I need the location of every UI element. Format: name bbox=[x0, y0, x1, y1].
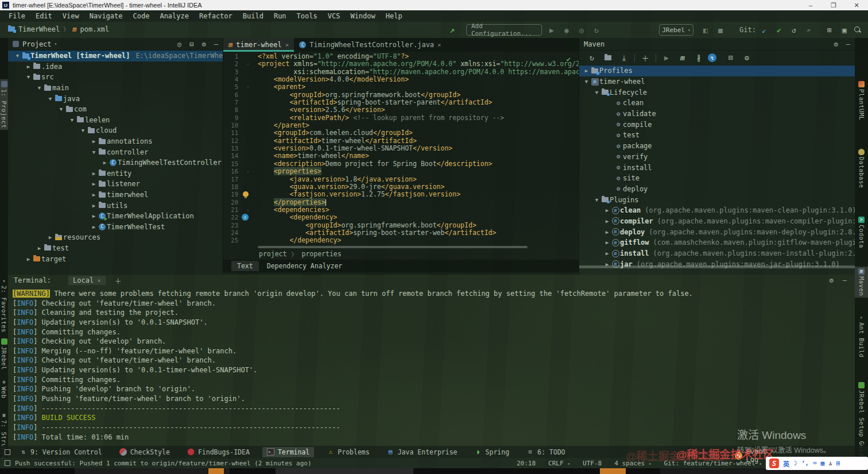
menu-window[interactable]: Window bbox=[345, 12, 380, 20]
maven-item-site[interactable]: ⚙site bbox=[579, 173, 855, 184]
strip-tab-web[interactable]: ◍Web bbox=[0, 377, 8, 400]
menu-view[interactable]: View bbox=[57, 12, 84, 20]
tool-button-java-enterprise[interactable]: ▤Java Enterprise bbox=[382, 447, 462, 457]
tree-arrow-icon[interactable]: ▶ bbox=[603, 251, 611, 256]
breadcrumb-file[interactable]: pom.xml bbox=[80, 25, 109, 33]
encoding-select[interactable]: UTF-8 bbox=[583, 460, 602, 467]
status-message[interactable]: Push successful: Pushed 1 commit to orig… bbox=[15, 460, 312, 467]
tree-item-src[interactable]: ▼src bbox=[8, 72, 223, 83]
profiler-icon[interactable]: ↻ bbox=[590, 24, 603, 36]
maven-item-plugins[interactable]: ▼Plugins bbox=[579, 194, 855, 205]
tree-arrow-icon[interactable]: ▼ bbox=[593, 90, 600, 95]
tree-item-main[interactable]: ▼main bbox=[8, 83, 223, 94]
person-icon[interactable]: ♟ bbox=[828, 460, 832, 467]
ime-language-toggle[interactable]: 英 bbox=[783, 459, 789, 468]
tool-button-terminal[interactable]: >_Terminal bbox=[262, 447, 314, 457]
debug-icon[interactable]: ◉ bbox=[560, 24, 573, 36]
code-area[interactable]: 1<?xml version="1.0" encoding="UTF-8"?>2… bbox=[223, 53, 579, 245]
tree-arrow-icon[interactable]: ▶ bbox=[46, 234, 54, 240]
tree-item-resources[interactable]: ▶resources bbox=[8, 232, 223, 243]
tree-arrow-icon[interactable]: ▶ bbox=[603, 229, 611, 235]
execute-maven-goal-icon[interactable]: m bbox=[676, 53, 689, 62]
run-maven-goal-icon[interactable]: ▶ bbox=[660, 53, 673, 62]
tree-arrow-icon[interactable]: ▶ bbox=[603, 207, 611, 213]
ime-toolbar[interactable]: S 英 ☽ ’, ⌨ ▦ ♟ ⊞ bbox=[766, 457, 868, 470]
settings-gear-icon[interactable]: ⚙ bbox=[834, 40, 838, 48]
pause-icon[interactable]: ■ bbox=[714, 24, 727, 36]
strip-tab-1-project[interactable]: 1: Project bbox=[0, 79, 8, 130]
toolwindow-switcher-icon[interactable] bbox=[5, 449, 10, 455]
git-commit-icon[interactable]: ✔ bbox=[773, 24, 785, 36]
download-sources-icon[interactable]: ⤓ bbox=[617, 53, 631, 63]
menu-refactor[interactable]: Refactor bbox=[194, 12, 238, 20]
tree-arrow-icon[interactable]: ▶ bbox=[603, 240, 611, 245]
tree-arrow-icon[interactable]: ▶ bbox=[90, 138, 98, 144]
maven-item-install[interactable]: ⚙install bbox=[579, 162, 855, 173]
tree-item-timingwheeltestcontroller[interactable]: ▶CTimingWheelTestController bbox=[8, 157, 223, 168]
tree-arrow-icon[interactable]: ▶ bbox=[90, 192, 98, 198]
maven-item-compiler[interactable]: ▶mcompiler(org.apache.maven.plugins:mave… bbox=[579, 216, 855, 227]
preview-icon[interactable]: ▣ bbox=[838, 24, 851, 36]
moon-icon[interactable]: ☽ bbox=[793, 460, 797, 467]
breadcrumb-project[interactable]: TimerWheel bbox=[18, 25, 60, 33]
tree-arrow-icon[interactable]: ▶ bbox=[90, 203, 98, 209]
tree-arrow-icon[interactable]: ▼ bbox=[68, 117, 76, 123]
strip-tab-database[interactable]: Database bbox=[855, 147, 868, 190]
strip-tab-maven[interactable]: mMaven bbox=[855, 267, 868, 298]
menu-navigate[interactable]: Navigate bbox=[84, 12, 128, 20]
menu-code[interactable]: Code bbox=[128, 12, 155, 20]
tree-arrow-icon[interactable]: ▼ bbox=[90, 149, 98, 155]
restore-button[interactable]: ❐ bbox=[822, 0, 845, 10]
editor-tab-timer-wheel[interactable]: mtimer-wheel× bbox=[223, 38, 294, 52]
run-icon[interactable]: ▶ bbox=[545, 24, 558, 36]
tree-item-annotations[interactable]: ▶annotations bbox=[8, 136, 223, 147]
indent-select[interactable]: 4 spaces ▾ bbox=[614, 460, 651, 467]
tool-button-spring[interactable]: ◗Spring bbox=[470, 447, 514, 457]
terminal-tab-local[interactable]: Local × bbox=[68, 276, 106, 285]
tree-item--idea[interactable]: ▶.idea bbox=[8, 61, 223, 72]
reimport-maven-icon[interactable]: ↻ bbox=[585, 53, 599, 62]
settings-gear-icon[interactable]: ⚙ bbox=[830, 276, 834, 284]
tree-arrow-icon[interactable]: ▼ bbox=[593, 197, 600, 203]
menu-edit[interactable]: Edit bbox=[30, 12, 57, 20]
tree-item-timerwheeltest[interactable]: ▶CTimerWheelTest bbox=[8, 222, 223, 233]
editor-view-tab-text[interactable]: Text bbox=[231, 261, 259, 271]
tree-item-utils[interactable]: ▶utils bbox=[8, 200, 223, 211]
maven-item-package[interactable]: ⚙package bbox=[579, 141, 855, 152]
maven-item-deploy[interactable]: ▶mdeploy(org.apache.maven.plugins:maven-… bbox=[579, 226, 855, 237]
tool-button-9-version-control[interactable]: ⇅9: Version Control bbox=[15, 447, 107, 457]
close-icon[interactable]: × bbox=[97, 277, 101, 284]
tree-arrow-icon[interactable]: ▶ bbox=[603, 218, 611, 224]
menu-file[interactable]: File bbox=[3, 12, 30, 20]
jrebel-reload-icon[interactable]: ↑ bbox=[242, 214, 249, 221]
strip-tab-2-favorites[interactable]: ★2: Favorites bbox=[0, 276, 8, 334]
search-everywhere-icon[interactable] bbox=[854, 24, 861, 36]
tree-arrow-icon[interactable]: ▶ bbox=[583, 68, 590, 74]
line-ending-select[interactable]: CRLF ▾ bbox=[548, 460, 570, 467]
tree-arrow-icon[interactable]: ▼ bbox=[583, 79, 590, 84]
maven-item-clean[interactable]: ▶mclean(org.apache.maven.plugins:maven-c… bbox=[579, 205, 855, 216]
tree-arrow-icon[interactable]: ▶ bbox=[90, 171, 98, 176]
menu-run[interactable]: Run bbox=[269, 12, 292, 20]
tree-item-listener[interactable]: ▶listener bbox=[8, 179, 223, 190]
editor-view-tab-dependency-analyzer[interactable]: Dependency Analyzer bbox=[261, 261, 348, 271]
tree-arrow-icon[interactable]: ▼ bbox=[36, 85, 43, 91]
coverage-icon[interactable]: ◎ bbox=[575, 24, 588, 36]
tree-arrow-icon[interactable]: ▶ bbox=[90, 181, 98, 187]
strip-tab-jrebel[interactable]: JRebel bbox=[0, 337, 8, 372]
maven-item-clean[interactable]: ⚙clean bbox=[579, 98, 855, 109]
editor-tab-timingwheeltestcontroller-java[interactable]: CTimingWheelTestController.java× bbox=[294, 38, 446, 52]
hide-panel-icon[interactable]: — bbox=[843, 276, 847, 284]
tree-item-timerwheel[interactable]: ▶timerwheel bbox=[8, 190, 223, 201]
git-update-icon[interactable]: ↙ bbox=[758, 24, 770, 36]
minimize-button[interactable]: – bbox=[799, 0, 822, 10]
grid-icon[interactable]: ▦ bbox=[821, 460, 825, 467]
tree-item-cloud[interactable]: ▼cloud bbox=[8, 125, 223, 136]
menu-vcs[interactable]: VCS bbox=[323, 12, 346, 20]
locate-file-icon[interactable]: ◎ bbox=[177, 40, 181, 48]
taskbar-item[interactable] bbox=[600, 468, 626, 474]
punctuation-icon[interactable]: ’, bbox=[801, 460, 809, 467]
maven-item-verify[interactable]: ⚙verify bbox=[579, 152, 855, 163]
strip-tab-ant-build[interactable]: ✳Ant Build bbox=[855, 313, 868, 359]
tree-arrow-icon[interactable]: ▼ bbox=[57, 106, 65, 112]
